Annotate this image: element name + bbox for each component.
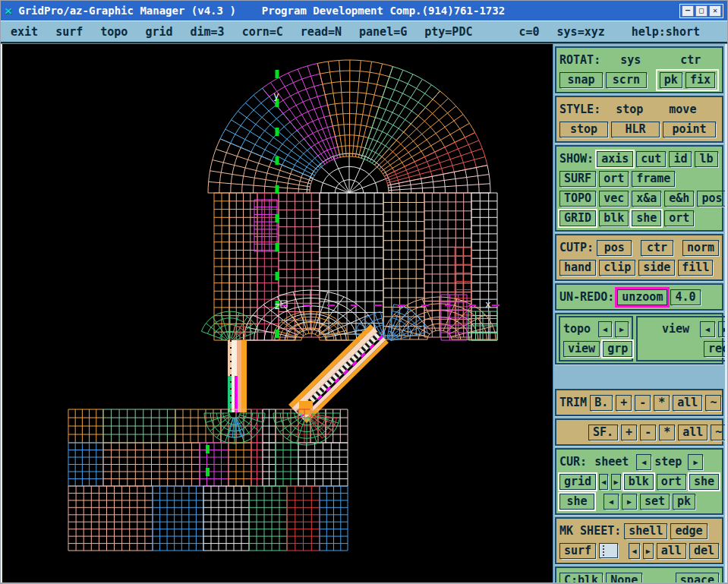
cur-next-arrow-button[interactable]: ▶ (622, 494, 637, 510)
rotat-row: ROTAT:sysctr (559, 51, 719, 69)
menu-item-surf[interactable]: surf (55, 25, 83, 39)
mksheet-edge-button[interactable]: edge (670, 523, 707, 539)
minimize-button[interactable]: – (682, 5, 694, 17)
show-ort-button[interactable]: ort (664, 210, 694, 226)
show-lb-button[interactable]: lb (695, 151, 717, 167)
show-blk-button[interactable]: blk (599, 210, 629, 226)
nav-prev-arrow-button[interactable]: ◀ (598, 321, 612, 337)
cutp-side-button[interactable]: side (638, 260, 675, 276)
cur-ort-button[interactable]: ort (657, 474, 686, 490)
nav-row: view◀▶ (641, 320, 727, 338)
mksheet-surf-button[interactable]: surf (559, 543, 596, 559)
mksheet-shell-button[interactable]: shell (624, 523, 667, 539)
style-stop-button[interactable]: stop (559, 122, 608, 137)
trim-sf-sym-3-button[interactable]: * (659, 425, 675, 440)
rotat-label-sys: sys (620, 53, 641, 67)
maximize-button[interactable]: □ (695, 5, 708, 17)
show-id-button[interactable]: id (669, 151, 692, 167)
cutp-pos-button[interactable]: pos (597, 240, 632, 256)
show-e-h-button[interactable]: e&h (664, 191, 694, 207)
trim-sf-sym-5-button[interactable]: ~ (711, 425, 726, 440)
nav-prev-arrow-button[interactable]: ◀ (700, 321, 715, 337)
trim-b-b-button[interactable]: B. (590, 395, 613, 411)
trim-sf-sym-1-button[interactable]: + (621, 425, 637, 440)
trim-sf-sym-2-button[interactable]: - (640, 425, 656, 440)
window-title-company: Program Development Comp.(914)761-1732 (262, 5, 505, 17)
mksheet-next-arrow-button[interactable]: ▶ (643, 543, 654, 559)
nav-rec-button[interactable]: rec (704, 341, 727, 357)
style-point-button[interactable]: point (663, 122, 716, 137)
cur-blk-button[interactable]: blk (624, 474, 654, 490)
mksheet-all-button[interactable]: all (657, 543, 686, 559)
nav-view-button[interactable]: view (563, 341, 600, 357)
cur-prev-arrow-button[interactable]: ◀ (636, 454, 651, 470)
unredo-4-0-button[interactable]: 4.0 (670, 289, 700, 305)
cur-pk-button[interactable]: pk (673, 494, 695, 510)
menu-item-corn-c[interactable]: corn=C (242, 25, 283, 39)
cutp-fill-button[interactable]: fill (678, 260, 713, 276)
cblk-none-button[interactable]: None (606, 573, 642, 583)
cblk-c-blk-button[interactable]: C:blk (559, 573, 603, 583)
trim-b-sym-3-button[interactable]: - (635, 395, 651, 411)
menu-item-read-n[interactable]: read=N (301, 25, 342, 39)
cutp-clip-button[interactable]: clip (599, 260, 635, 276)
cur-set-button[interactable]: set (640, 494, 670, 510)
show-vec-button[interactable]: vec (599, 191, 629, 207)
menu-item-pty-pdc[interactable]: pty=PDC (424, 25, 472, 39)
menu-item-panel-g[interactable]: panel=G (359, 25, 407, 39)
cur-next-arrow-button[interactable]: ▶ (688, 454, 703, 470)
nav-next-arrow-button[interactable]: ▶ (718, 321, 727, 337)
show-frame-button[interactable]: frame (632, 171, 675, 187)
section-nav-box-1: view◀▶rec (636, 316, 727, 361)
menu-item-exit[interactable]: exit (11, 25, 38, 39)
trim-sf-sf-button[interactable]: SF. (588, 425, 618, 440)
show-surf-button[interactable]: SURF (559, 171, 596, 187)
show-x-a-button[interactable]: x&a (632, 191, 661, 207)
cur-prev-arrow-button[interactable]: ◀ (599, 474, 608, 490)
menu-item-help-short[interactable]: help:short (632, 25, 700, 39)
cutp-hand-button[interactable]: hand (559, 260, 596, 276)
show-pos-button[interactable]: pos (697, 191, 726, 207)
rotat-pk-button[interactable]: pk (660, 72, 682, 88)
show-grid-button[interactable]: GRID (559, 210, 596, 226)
nav-grp-button[interactable]: grp (603, 341, 632, 357)
viewport-canvas[interactable]: yzx (1, 44, 553, 582)
trim-b-all-button[interactable]: all (673, 395, 702, 411)
mksheet-row: MK SHEET:shelledge (559, 522, 719, 540)
nav-next-arrow-button[interactable]: ▶ (615, 321, 629, 337)
cur-prev-arrow-button[interactable]: ◀ (604, 494, 619, 510)
trim-b-sym-6-button[interactable]: ~ (705, 395, 721, 411)
menu-item-topo[interactable]: topo (100, 25, 128, 39)
unredo-unzoom-button[interactable]: unzoom (617, 289, 667, 305)
show-she-button[interactable]: she (632, 210, 661, 226)
mksheet-del-button[interactable]: del (689, 543, 719, 559)
rotat-snap-button[interactable]: snap (559, 72, 603, 88)
cutp-row: CUTP:posctrnorm (559, 238, 719, 257)
cur-next-arrow-button[interactable]: ▶ (611, 474, 620, 490)
trim-sf-all-button[interactable]: all (678, 425, 708, 440)
rotat-scrn-button[interactable]: scrn (606, 72, 647, 88)
nav-row: viewgrp (563, 339, 629, 358)
trim-b-sym-2-button[interactable]: + (616, 395, 632, 411)
menu-item-dim-3[interactable]: dim=3 (191, 25, 225, 39)
cutp-norm-button[interactable]: norm (682, 240, 719, 256)
mksheet-number-input[interactable] (599, 543, 618, 558)
show-ort-button[interactable]: ort (599, 171, 629, 187)
cur-she-button[interactable]: she (559, 494, 594, 510)
close-button[interactable]: ✕ (709, 5, 721, 17)
cur-grid-button[interactable]: grid (559, 474, 596, 490)
trim-b-sym-4-button[interactable]: * (654, 395, 670, 411)
cutp-ctr-button[interactable]: ctr (641, 240, 673, 256)
mksheet-prev-arrow-button[interactable]: ◀ (629, 543, 639, 559)
menu-item-c-0[interactable]: c=0 (518, 25, 539, 39)
show-axis-button[interactable]: axis (597, 151, 633, 167)
rotat-fix-button[interactable]: fix (685, 72, 715, 88)
show-topo-button[interactable]: TOPO (559, 191, 596, 207)
style-hlr-button[interactable]: HLR (611, 122, 660, 137)
show-cut-button[interactable]: cut (636, 151, 666, 167)
menu-item-grid[interactable]: grid (145, 25, 172, 39)
cur-she-button[interactable]: she (689, 474, 719, 490)
app-window: ✕ GridPro/az-Graphic Manager (v4.3 ) Pro… (0, 0, 728, 584)
cblk-space-button[interactable]: space (676, 573, 719, 583)
menu-item-sys-xyz[interactable]: sys=xyz (557, 25, 605, 39)
